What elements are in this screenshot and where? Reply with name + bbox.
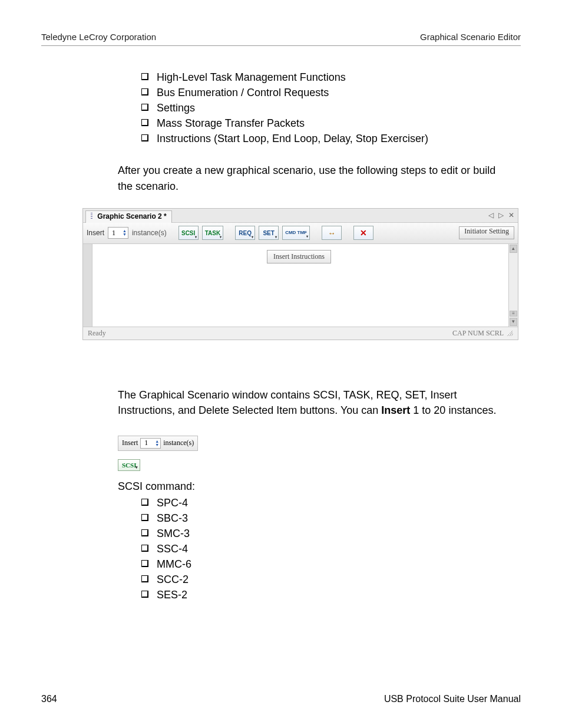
feature-list: High-Level Task Management Functions Bus… bbox=[118, 70, 509, 146]
cmd-button[interactable]: CMD TMF▾ bbox=[282, 226, 310, 240]
resize-grip-icon[interactable] bbox=[507, 330, 513, 336]
list-item: High-Level Task Management Functions bbox=[141, 70, 509, 85]
list-item: SSC-4 bbox=[141, 541, 509, 556]
insert-instructions-button[interactable]: Insert Instructions bbox=[267, 250, 331, 263]
list-item: SBC-3 bbox=[141, 510, 509, 526]
stepper-arrows-icon[interactable]: ▲▼ bbox=[123, 229, 127, 236]
scsi-button-snippet[interactable]: SCSI▾ bbox=[118, 459, 140, 471]
task-button[interactable]: TASK▾ bbox=[202, 226, 223, 240]
list-item: SES-2 bbox=[141, 587, 509, 602]
instance-label: instance(s) bbox=[132, 229, 167, 237]
tab-graphic-scenario[interactable]: Graphic Scenario 2 * bbox=[85, 210, 172, 223]
status-bar: Ready CAP NUM SCRL bbox=[83, 327, 518, 340]
req-button[interactable]: REQ▾ bbox=[235, 226, 255, 240]
toolbar: Insert ▲▼ instance(s) SCSI▾ TASK▾ REQ▾ S… bbox=[83, 223, 518, 244]
tab-bar: Graphic Scenario 2 * ◁ ▷ ✕ bbox=[83, 209, 518, 223]
header-right: Graphical Scenario Editor bbox=[420, 32, 521, 42]
set-button[interactable]: SET▾ bbox=[259, 226, 279, 240]
delete-button[interactable]: ✕ bbox=[353, 226, 373, 240]
stepper-arrows-icon[interactable]: ▲▼ bbox=[155, 440, 159, 447]
header-left: Teledyne LeCroy Corporation bbox=[41, 32, 156, 42]
insert-control-snippet: Insert ▲▼ instance(s) bbox=[118, 436, 198, 451]
insert-count-input[interactable] bbox=[111, 228, 121, 238]
tab-prev-icon[interactable]: ◁ bbox=[488, 211, 494, 219]
scsi-button[interactable]: SCSI▾ bbox=[178, 226, 199, 240]
list-item: MMC-6 bbox=[141, 556, 509, 572]
list-item: SPC-4 bbox=[141, 495, 509, 510]
graphical-scenario-window: Graphic Scenario 2 * ◁ ▷ ✕ Insert ▲▼ ins… bbox=[82, 208, 518, 340]
insert-count-stepper[interactable]: ▲▼ bbox=[140, 438, 161, 449]
gutter bbox=[83, 244, 92, 327]
insert-count-input[interactable] bbox=[143, 438, 154, 448]
page-number: 364 bbox=[41, 694, 57, 704]
list-item: SMC-3 bbox=[141, 526, 509, 541]
insert-label: Insert bbox=[87, 229, 104, 237]
list-item: Settings bbox=[141, 100, 509, 116]
tab-close-icon[interactable]: ✕ bbox=[508, 211, 514, 219]
insert-label: Insert bbox=[122, 439, 138, 447]
editor-canvas: Insert Instructions ▴ ≡ ▾ bbox=[83, 244, 518, 327]
scsi-command-list: SPC-4 SBC-3 SMC-3 SSC-4 MMC-6 SCC-2 SES-… bbox=[118, 495, 509, 603]
tab-title: Graphic Scenario 2 * bbox=[97, 212, 166, 220]
tab-next-icon[interactable]: ▷ bbox=[498, 211, 504, 219]
instance-label: instance(s) bbox=[163, 439, 194, 447]
instructions-button[interactable]: ↔ bbox=[322, 226, 342, 240]
scroll-up-icon[interactable]: ▴ bbox=[510, 245, 517, 253]
intro-paragraph: After you create a new graphical scenari… bbox=[118, 163, 509, 193]
list-item: Mass Storage Transfer Packets bbox=[141, 116, 509, 131]
grip-icon bbox=[91, 213, 92, 220]
list-item: Instructions (Start Loop, End Loop, Dela… bbox=[141, 131, 509, 146]
list-item: Bus Enumeration / Control Requests bbox=[141, 85, 509, 100]
status-ready: Ready bbox=[88, 329, 106, 338]
insert-count-stepper[interactable]: ▲▼ bbox=[108, 227, 128, 239]
scroll-grip-icon[interactable]: ≡ bbox=[510, 311, 517, 317]
status-indicators: CAP NUM SCRL bbox=[452, 329, 504, 338]
scroll-down-icon[interactable]: ▾ bbox=[510, 318, 517, 326]
list-item: SCC-2 bbox=[141, 572, 509, 587]
initiator-setting-button[interactable]: Initiator Setting bbox=[459, 226, 514, 239]
vertical-scrollbar[interactable]: ▴ ≡ ▾ bbox=[508, 244, 518, 327]
manual-title: USB Protocol Suite User Manual bbox=[384, 694, 521, 704]
description-paragraph: The Graphical Scenario window contains S… bbox=[118, 387, 509, 418]
scsi-command-label: SCSI command: bbox=[118, 480, 509, 493]
